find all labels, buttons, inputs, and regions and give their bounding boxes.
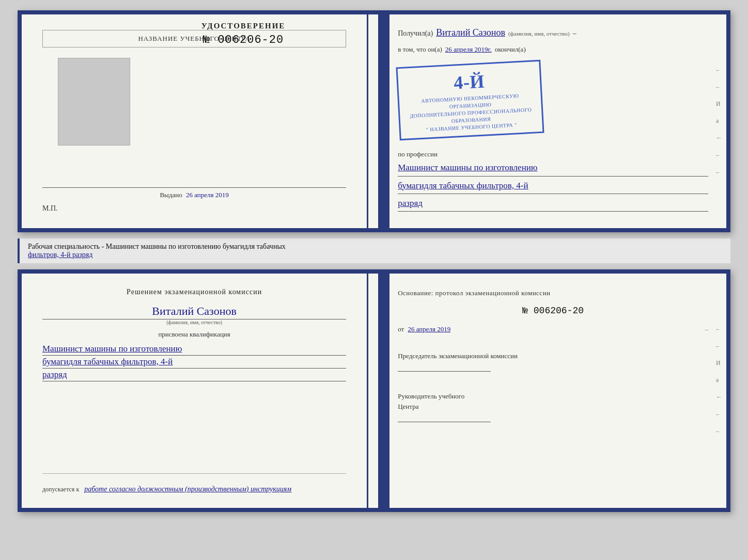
allowed-prefix: допускается к — [42, 486, 79, 493]
date-bottom-block: от 26 апреля 2019 – — [398, 325, 708, 333]
stamp-block: 4-й АВТОНОМНУЮ НЕКОММЕРЧЕСКУЮ ОРГАНИЗАЦИ… — [396, 60, 544, 141]
basis-label: Основание: протокол экзаменационной коми… — [398, 288, 708, 298]
head-block: Руководитель учебного Центра — [398, 391, 708, 424]
profession-prefix: по профессии — [398, 150, 438, 158]
photo-placeholder — [58, 58, 130, 146]
chairman-label: Председатель экзаменационной комиссии — [398, 351, 708, 361]
bottom-certificate: Решением экзаменационной комиссии Витали… — [18, 269, 730, 512]
qual-line2: бумагидля табачных фильтров, 4-й — [42, 357, 346, 369]
stamp-line2: ДОПОЛНИТЕЛЬНОГО ПРОФЕССИОНАЛЬНОГО ОБРАЗО… — [410, 107, 532, 124]
head-label2: Центра — [398, 402, 708, 412]
finished-label: окончил(а) — [495, 45, 526, 54]
qual-line1: Машинист машины по изготовлению — [42, 344, 346, 356]
deco-marks-bottom: ––Иа←–– — [716, 325, 722, 435]
bottom-cert-right-page: Основание: протокол экзаменационной коми… — [380, 274, 726, 508]
qualification-block: Машинист машины по изготовлению бумагидл… — [42, 344, 346, 381]
date-prefix-bottom: от — [398, 325, 404, 333]
qual-line3: разряд — [42, 370, 346, 381]
profession-line3: разряд — [398, 196, 708, 212]
received-line: Получил(а) Виталий Сазонов (фамилия, имя… — [398, 27, 708, 38]
assigned-label: присвоена квалификация — [42, 330, 346, 339]
bottom-cert-spine — [378, 274, 389, 508]
received-prefix: Получил(а) — [398, 29, 433, 38]
top-cert-left-page: НАЗВАНИЕ УЧЕБНОГО ЦЕНТРА УДОСТОВЕРЕНИЕ №… — [22, 14, 368, 228]
body-line: в том, что он(а) 26 апреля 2019г. окончи… — [398, 45, 708, 54]
deco-marks-top: ––Иа←–– — [716, 66, 722, 176]
head-signature-line — [398, 422, 491, 422]
top-cert-right-page: Получил(а) Виталий Сазонов (фамилия, имя… — [380, 14, 726, 228]
separator-text-before: Рабочая специальность - Машинист машины … — [28, 243, 286, 250]
date-handwritten: 26 апреля 2019г. — [445, 45, 492, 54]
name-handwritten-bottom: Виталий Сазонов — [42, 305, 346, 319]
name-block-bottom: Виталий Сазонов (фамилия, имя, отчество) — [42, 305, 346, 325]
stamp-line3: " НАЗВАНИЕ УЧЕБНОГО ЦЕНТРА " — [426, 122, 517, 133]
profession-line1: Машинист машины по изготовлению — [398, 161, 708, 176]
issued-label: Выдано — [160, 191, 182, 199]
cert-number-block: УДОСТОВЕРЕНИЕ № 006206-20 — [141, 22, 346, 46]
decision-title: Решением экзаменационной комиссии — [42, 288, 346, 296]
name-sub-label-bottom: (фамилия, имя, отчество) — [42, 319, 346, 325]
protocol-number-bottom: № 006206-20 — [398, 306, 708, 316]
chairman-signature-line — [398, 371, 491, 372]
body-prefix: в том, что он(а) — [398, 45, 442, 54]
separator-label: Рабочая специальность - Машинист машины … — [18, 238, 730, 263]
recipient-name: Виталий Сазонов — [436, 27, 505, 38]
allowed-block: допускается к работе согласно должностны… — [42, 473, 346, 493]
chairman-block: Председатель экзаменационной комиссии — [398, 351, 708, 374]
separator-text-underlined: фильтров, 4-й разряд — [28, 251, 92, 259]
profession-line2: бумагидля табачных фильтров, 4-й — [398, 179, 708, 194]
recipient-sublabel: (фамилия, имя, отчество) — [508, 30, 570, 37]
bottom-cert-left-page: Решением экзаменационной комиссии Витали… — [22, 274, 368, 508]
allowed-text: работе согласно должностным (производств… — [84, 485, 291, 493]
head-label1: Руководитель учебного — [398, 391, 708, 402]
profession-block-top: по профессии Машинист машины по изготовл… — [398, 149, 708, 212]
issued-date: 26 апреля 2019 — [186, 191, 229, 199]
cert-number-value: № 006206-20 — [203, 34, 284, 46]
top-certificate: НАЗВАНИЕ УЧЕБНОГО ЦЕНТРА УДОСТОВЕРЕНИЕ №… — [18, 10, 730, 232]
date-value-bottom: 26 апреля 2019 — [408, 325, 450, 333]
mp-label: М.П. — [42, 204, 58, 213]
cert-title-label: УДОСТОВЕРЕНИЕ — [201, 22, 286, 30]
